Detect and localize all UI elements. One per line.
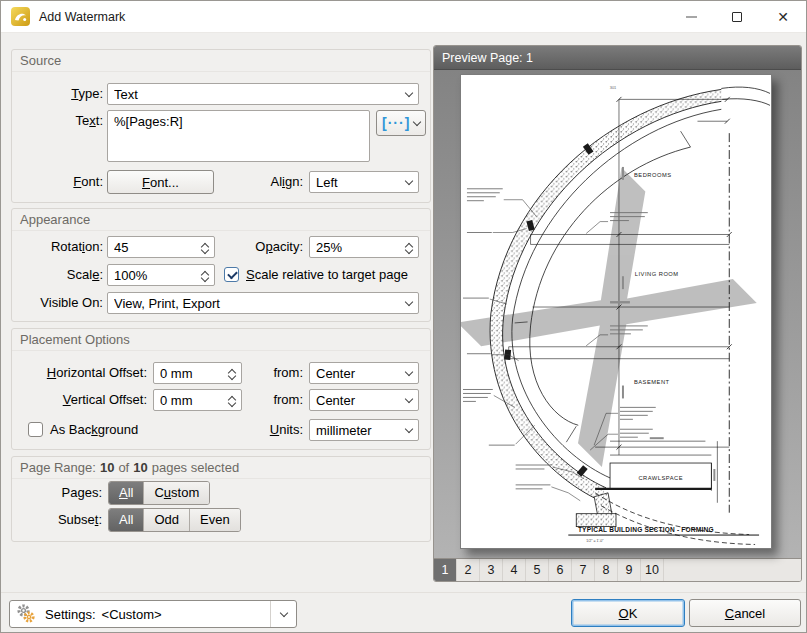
opacity-label: Opacity: (12, 236, 303, 258)
placement-group-title: Placement Options (12, 329, 430, 351)
page-thumb-1[interactable]: 1 (434, 559, 457, 581)
preview-header: Preview Page: 1 (434, 46, 801, 70)
room-label-basement: BASEMENT (634, 379, 670, 385)
page-range-title: Page Range: (20, 460, 96, 475)
page-thumb-3[interactable]: 3 (480, 559, 503, 581)
pages-all-button[interactable]: All (109, 482, 144, 504)
visible-on-select[interactable]: View, Print, Export (107, 292, 419, 314)
align-select[interactable]: Left (309, 171, 419, 193)
page-thumb-8[interactable]: 8 (595, 559, 618, 581)
source-group: Source Type: Text Text: %[Pages:R] [···]… (11, 49, 431, 203)
units-label: Units: (12, 419, 303, 441)
chevron-down-icon (405, 176, 413, 184)
pages-segmented-control: All Custom (108, 481, 210, 505)
pages-selected-text: pages selected (152, 460, 239, 475)
maximize-icon (732, 12, 742, 22)
type-select[interactable]: Text (107, 83, 419, 105)
page-thumb-10[interactable]: 10 (641, 559, 664, 581)
page-range-group: Page Range:10of10pages selected Pages: A… (11, 456, 431, 542)
watermark-text: X (461, 107, 771, 520)
close-button[interactable]: ✕ (760, 1, 806, 33)
cancel-button[interactable]: Cancel (689, 599, 801, 627)
preview-body: X 301 (434, 70, 801, 558)
settings-value: <Custom> (102, 607, 162, 622)
sheet-note: 301 (610, 85, 617, 90)
page-thumb-2[interactable]: 2 (457, 559, 480, 581)
maximize-button[interactable] (714, 1, 760, 33)
source-group-title: Source (12, 50, 430, 72)
preview-page: X 301 (460, 74, 772, 549)
chevron-down-icon (405, 424, 413, 432)
gears-icon (15, 603, 39, 625)
window-title: Add Watermark (39, 10, 125, 24)
preview-panel: Preview Page: 1 X 301 (433, 45, 802, 582)
page-thumb-4[interactable]: 4 (503, 559, 526, 581)
macro-brackets-icon: [···] (382, 115, 410, 131)
preview-drawing: X 301 (461, 75, 771, 548)
titlebar: Add Watermark ✕ (1, 1, 806, 33)
page-thumb-7[interactable]: 7 (572, 559, 595, 581)
pages-custom-button[interactable]: Custom (144, 482, 209, 504)
h-from-select[interactable]: Center (309, 362, 419, 384)
of-text: of (118, 460, 129, 475)
units-select[interactable]: millimeter (309, 419, 419, 441)
chevron-down-icon (413, 117, 421, 125)
macro-button[interactable]: [···] (376, 110, 426, 136)
v-from-label: from: (12, 389, 303, 411)
appearance-group: Appearance Rotation: 45 Opacity: 25% Sca… (11, 208, 431, 322)
room-label-living: LIVING ROOM (635, 271, 679, 277)
settings-label: Settings: (45, 607, 96, 622)
align-label: Align: (12, 171, 303, 193)
chevron-down-icon (279, 608, 287, 616)
spinner-buttons[interactable] (202, 269, 208, 281)
visible-on-label: Visible On: (12, 292, 103, 314)
scale-relative-label: Scale relative to target page (246, 264, 408, 286)
page-range-group-title: Page Range:10of10pages selected (12, 457, 430, 479)
subset-all-button[interactable]: All (109, 509, 144, 531)
add-watermark-dialog: Add Watermark ✕ Source Type: Text Text: … (0, 0, 807, 633)
selected-count: 10 (100, 460, 114, 475)
preview-pagebar: 1 2 3 4 5 6 7 8 9 10 (434, 558, 801, 581)
subset-even-button[interactable]: Even (190, 509, 240, 531)
scale-relative-checkbox[interactable] (224, 267, 239, 282)
chevron-down-icon (405, 394, 413, 402)
watermark-text-input[interactable]: %[Pages:R] (107, 110, 370, 162)
close-icon: ✕ (777, 10, 789, 24)
subset-segmented-control: All Odd Even (108, 508, 241, 532)
spinner-buttons[interactable] (406, 241, 412, 253)
text-label: Text: (12, 110, 103, 132)
ok-button[interactable]: OK (571, 599, 685, 627)
chevron-down-icon (405, 297, 413, 305)
page-thumb-5[interactable]: 5 (526, 559, 549, 581)
scale-spinner[interactable]: 100% (107, 264, 215, 286)
chevron-down-icon (405, 88, 413, 96)
minimize-icon (686, 16, 697, 18)
v-from-select[interactable]: Center (309, 389, 419, 411)
appearance-group-title: Appearance (12, 209, 430, 231)
total-count: 10 (133, 460, 147, 475)
subset-label: Subset: (12, 508, 102, 532)
room-label-crawlspace: CRAWLSPACE (638, 475, 683, 481)
chevron-down-icon (405, 367, 413, 375)
scale-label: Scale: (12, 264, 103, 286)
app-logo-swoosh-icon (11, 7, 30, 26)
drawing-caption: TYPICAL BUILDING SECTION - FORMING (578, 526, 714, 533)
footer-divider (1, 592, 806, 593)
opacity-spinner[interactable]: 25% (309, 236, 419, 258)
settings-combo[interactable]: Settings: <Custom> (9, 600, 297, 628)
settings-dropdown-button[interactable] (270, 601, 296, 627)
h-from-label: from: (12, 362, 303, 384)
type-label: Type: (12, 83, 103, 105)
page-thumb-9[interactable]: 9 (618, 559, 641, 581)
placement-group: Placement Options Horizontal Offset: 0 m… (11, 328, 431, 450)
room-label-bedrooms: BEDROOMS (634, 172, 672, 178)
minimize-button[interactable] (668, 1, 714, 33)
subset-odd-button[interactable]: Odd (144, 509, 190, 531)
app-icon (11, 7, 30, 26)
page-thumb-6[interactable]: 6 (549, 559, 572, 581)
drawing-scale-note: 1/2" = 1'-0" (586, 539, 604, 543)
pages-label: Pages: (12, 481, 102, 505)
